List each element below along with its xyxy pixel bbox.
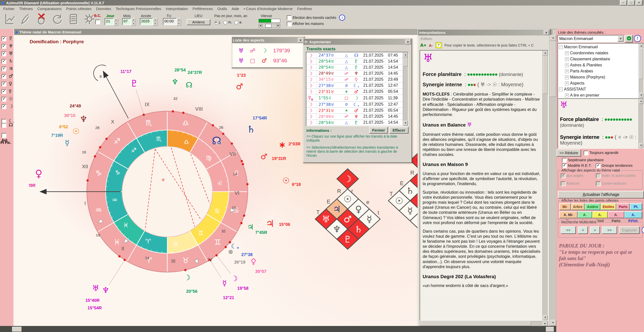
aspectarian-close-icon[interactable]: × xyxy=(405,39,411,44)
transit-row[interactable]: ☽ 28°54♉ △ ♇ 21.07.2025 14:54 xyxy=(306,64,403,70)
aspectarian-title-bar[interactable]: 🗀 Aspectarian × xyxy=(303,39,412,45)
planet-filter-mercury[interactable]: ✓ xyxy=(2,89,6,94)
transit-row[interactable]: ☿R 1°55♌ □ ☽ 21.07.2025 11:39 xyxy=(306,95,403,102)
expand-icon[interactable]: + xyxy=(565,57,569,61)
expand-icon[interactable]: + xyxy=(565,63,569,67)
font-increase-button[interactable]: A+ xyxy=(420,43,426,48)
menu-11[interactable]: Fenêtres xyxy=(295,6,314,11)
aspect-check-aux-angles[interactable]: ✓ aux angles xyxy=(561,174,596,178)
themes-info-icon[interactable]: ! xyxy=(634,35,641,42)
menu-1[interactable]: Thèmes xyxy=(17,6,35,11)
chart-vertical-scrollbar[interactable]: ▲ ▼ xyxy=(549,35,556,326)
annee-stepper[interactable]: ▲▼ xyxy=(153,18,157,26)
info-icon[interactable]: ! xyxy=(339,15,345,21)
menu-6[interactable]: Interprétation xyxy=(164,6,190,11)
theme-combobox[interactable]: Macron Emmanuel ▼ xyxy=(557,35,624,43)
mois-input[interactable]: 07 xyxy=(122,18,131,25)
transit-row[interactable]: ☽ 28°49♉ ☍ ♆ 21.07.2025 14:45 xyxy=(306,114,403,120)
font-decrease-button[interactable]: A- xyxy=(429,43,433,48)
tu-stepper[interactable]: ▲▼ xyxy=(177,18,181,26)
planet-filter-north-node[interactable] xyxy=(2,123,6,128)
planet-filter-asteroids[interactable] xyxy=(2,133,6,138)
nav-prev-button[interactable]: < xyxy=(578,226,588,234)
transits-caches-checkbox[interactable] xyxy=(287,15,292,20)
pc-button-a-p-fict-[interactable]: A. P.Fict. xyxy=(624,211,642,218)
expand-icon[interactable]: + xyxy=(565,81,569,85)
combobox-dropdown-icon[interactable]: ▼ xyxy=(618,36,624,42)
planet-filter-uranus[interactable]: ✓ xyxy=(2,52,6,56)
rotate-icon[interactable] xyxy=(51,13,64,26)
planet-filter-saturn[interactable]: ✓ xyxy=(2,59,6,64)
planet-filter-pluto[interactable]: ✓ xyxy=(2,36,6,41)
transit-row[interactable]: ☽ 27°38♉ σ ☾. 21.07.2025 12:47 xyxy=(306,102,403,108)
interpretations-title-bar[interactable]: Interprétations × xyxy=(418,29,550,35)
help-icon[interactable]: ? xyxy=(435,42,442,49)
menu-4[interactable]: Données xyxy=(94,6,113,11)
tree-item-macron-emmanuel[interactable]: −Macron Emmanuel xyxy=(559,44,638,50)
actualiser-button[interactable]: AActualiser l'affichagectualiser l'affic… xyxy=(558,191,644,198)
interpretations-hscrollbar[interactable]: ► xyxy=(420,321,548,326)
menu-10[interactable]: • Cours d'Astrologie Moderne xyxy=(241,6,295,11)
aspect-check-contre-antisces[interactable]: Contre-antisces xyxy=(596,181,641,186)
expand-icon[interactable]: + xyxy=(565,51,569,55)
modele-ret-checkbox[interactable]: ✓ xyxy=(562,163,567,168)
list-doc-icon[interactable] xyxy=(67,13,80,26)
delete-chart-icon[interactable] xyxy=(35,13,48,26)
pc-button-etoiles[interactable]: Etoiles xyxy=(600,203,617,210)
pc-button-parts[interactable]: Parts xyxy=(616,203,630,210)
collapse-icon[interactable]: − xyxy=(559,88,563,91)
maximize-button[interactable]: □ xyxy=(628,0,635,6)
planet-filter-sun[interactable]: ✓ xyxy=(2,97,6,102)
tree-item-coordonn-es-natales[interactable]: +Coordonnées natales xyxy=(559,50,638,56)
menu-9[interactable]: Aide xyxy=(229,6,241,11)
menu-8[interactable]: Outils xyxy=(215,6,229,11)
reduire-button[interactable]: >> Réduire xyxy=(556,149,581,157)
pc-button-arbre[interactable]: Arbre xyxy=(571,203,585,210)
capturer-button[interactable]: Capturer xyxy=(619,226,640,234)
transit-row[interactable]: ☽ 28°54♉ △ ♇ 21.07.2025 14:54 xyxy=(306,120,403,126)
aspects-list-title-bar[interactable]: Liste des aspects × xyxy=(232,37,304,43)
mini-interpretation[interactable]: ♅ Force planétaire : (dominante) Synergi… xyxy=(560,99,638,148)
search-info-icon[interactable]: ! xyxy=(642,226,644,234)
transit-row[interactable]: ☽ 34°15♉ ☍ ♀ 21.07.2025 23:49 xyxy=(306,76,403,82)
tree-item-classement-plan-taire[interactable]: +Classement planétaire xyxy=(559,56,638,62)
pas-radio-m.[interactable]: m. xyxy=(223,20,232,24)
bc-checkbox[interactable] xyxy=(95,20,100,24)
menu-5[interactable]: Techniques Prévisionnelles xyxy=(113,6,164,11)
expand-icon[interactable]: + xyxy=(565,94,569,97)
lieu-button[interactable]: Amiens xyxy=(187,19,210,25)
transit-row[interactable]: ☽ 23°31♉ ∗ ♂ 21.07.2025 05:54 xyxy=(306,108,403,114)
planet-filter-jupiter[interactable]: ✓ xyxy=(2,67,6,71)
chart-horizontal-scrollbar[interactable] xyxy=(0,326,556,332)
interpretations-scrollbar[interactable]: ▲ ▼ xyxy=(542,51,548,320)
nav-next-button[interactable]: > xyxy=(590,226,600,234)
transit-row[interactable]: ☽ 28°49♉ ☍ ♆ 21.07.2025 14:45 xyxy=(306,70,403,76)
jour-input[interactable]: 21 xyxy=(105,18,114,25)
pc-button-a-etoil[interactable]: A. Etoil xyxy=(592,211,608,218)
tree-item-parts-arabes[interactable]: +Parts Arabes xyxy=(559,68,638,74)
toujours-agrandir-checkbox[interactable] xyxy=(584,151,588,155)
collapse-icon[interactable]: − xyxy=(559,45,563,49)
menu-3[interactable]: Points célestes xyxy=(64,6,94,11)
transit-row[interactable]: ☽ 27°38♉ σ ☾. 21.07.2025 12:47 xyxy=(306,83,403,89)
aspects-list-close-icon[interactable]: × xyxy=(298,38,303,43)
fermer-button[interactable]: Fermer xyxy=(369,127,388,134)
aspect-check-ast-r-et-autres-points[interactable]: Astér. et autres points xyxy=(596,174,641,178)
aspect-row[interactable]: ♅ ☍ ☽ 179°39 xyxy=(233,46,303,56)
vitesse-slider[interactable]: ◄ ► xyxy=(259,24,280,28)
pc-button-pt-fict[interactable]: Pt. Fict xyxy=(630,203,642,210)
add-theme-button[interactable]: + xyxy=(625,35,633,43)
groupe-tendances-checkbox[interactable]: ✓ xyxy=(596,163,600,168)
menu-2[interactable]: Comparaisons xyxy=(35,6,64,11)
pc-button-mi-pts[interactable]: Mi-pts xyxy=(559,203,571,210)
interpretation-text[interactable]: ♅Force planétaire : (dominante)Synergie … xyxy=(423,52,541,319)
interpretations-close-icon[interactable]: × xyxy=(544,30,549,35)
planet-filter-venus[interactable]: ✓ xyxy=(2,82,6,87)
jour-stepper[interactable]: ▲▼ xyxy=(114,18,118,26)
pc-button-a-ast-[interactable]: A. Ast. xyxy=(578,211,592,218)
pc-button-a-parts[interactable]: A. Parts xyxy=(608,211,624,218)
tree-item-maisons-porphyre-[interactable]: +Maisons (Porphyre) xyxy=(559,74,638,80)
transit-row[interactable]: ☽ 28°54♉ △ ♇ 21.07.2025 14:54 xyxy=(306,58,403,64)
edition-menu[interactable]: Edition xyxy=(421,36,432,41)
transit-row[interactable]: ☽ 24°37♉ △ ☊ 21.07.2025 07:45 xyxy=(306,52,403,58)
